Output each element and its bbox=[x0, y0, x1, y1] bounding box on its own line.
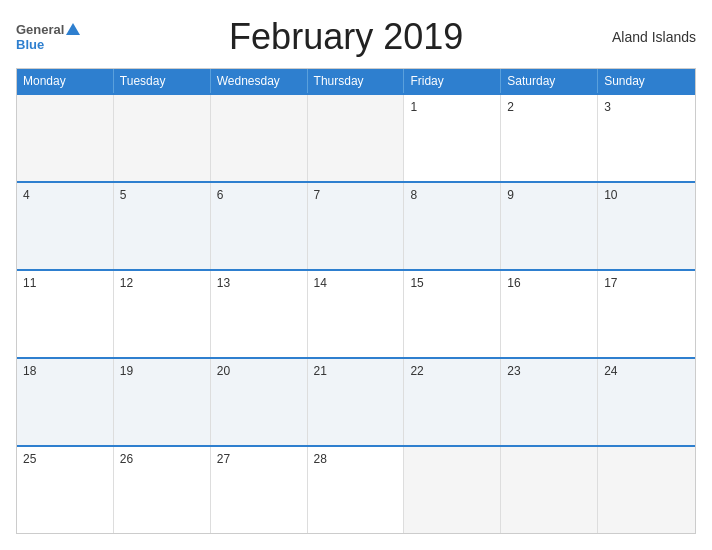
cell-w4-wed: 20 bbox=[211, 359, 308, 445]
header: General Blue February 2019 Aland Islands bbox=[16, 16, 696, 58]
cell-w2-wed: 6 bbox=[211, 183, 308, 269]
week-4: 18 19 20 21 22 23 24 bbox=[17, 357, 695, 445]
calendar-header-row: Monday Tuesday Wednesday Thursday Friday… bbox=[17, 69, 695, 93]
cell-w5-sat bbox=[501, 447, 598, 533]
region-label: Aland Islands bbox=[612, 29, 696, 45]
cell-w3-mon: 11 bbox=[17, 271, 114, 357]
header-saturday: Saturday bbox=[501, 69, 598, 93]
header-friday: Friday bbox=[404, 69, 501, 93]
header-sunday: Sunday bbox=[598, 69, 695, 93]
cell-w5-thu: 28 bbox=[308, 447, 405, 533]
cell-w3-sat: 16 bbox=[501, 271, 598, 357]
calendar: Monday Tuesday Wednesday Thursday Friday… bbox=[16, 68, 696, 534]
logo-general-text: General bbox=[16, 22, 64, 37]
cell-w4-fri: 22 bbox=[404, 359, 501, 445]
header-tuesday: Tuesday bbox=[114, 69, 211, 93]
cell-w1-sat: 2 bbox=[501, 95, 598, 181]
cell-w3-tue: 12 bbox=[114, 271, 211, 357]
cell-w1-mon bbox=[17, 95, 114, 181]
calendar-title: February 2019 bbox=[80, 16, 612, 58]
page: General Blue February 2019 Aland Islands… bbox=[0, 0, 712, 550]
cell-w3-thu: 14 bbox=[308, 271, 405, 357]
logo-blue-text: Blue bbox=[16, 37, 44, 52]
header-monday: Monday bbox=[17, 69, 114, 93]
cell-w4-mon: 18 bbox=[17, 359, 114, 445]
cell-w1-wed bbox=[211, 95, 308, 181]
cell-w3-sun: 17 bbox=[598, 271, 695, 357]
cell-w5-tue: 26 bbox=[114, 447, 211, 533]
cell-w2-sun: 10 bbox=[598, 183, 695, 269]
logo: General Blue bbox=[16, 22, 80, 52]
week-3: 11 12 13 14 15 16 17 bbox=[17, 269, 695, 357]
cell-w5-fri bbox=[404, 447, 501, 533]
cell-w1-fri: 1 bbox=[404, 95, 501, 181]
cell-w5-wed: 27 bbox=[211, 447, 308, 533]
cell-w2-sat: 9 bbox=[501, 183, 598, 269]
week-5: 25 26 27 28 bbox=[17, 445, 695, 533]
logo-triangle-icon bbox=[66, 23, 80, 35]
header-thursday: Thursday bbox=[308, 69, 405, 93]
cell-w3-wed: 13 bbox=[211, 271, 308, 357]
cell-w3-fri: 15 bbox=[404, 271, 501, 357]
cell-w2-tue: 5 bbox=[114, 183, 211, 269]
cell-w2-thu: 7 bbox=[308, 183, 405, 269]
calendar-body: 1 2 3 4 5 6 7 8 9 10 11 12 13 14 15 bbox=[17, 93, 695, 533]
cell-w1-sun: 3 bbox=[598, 95, 695, 181]
cell-w1-tue bbox=[114, 95, 211, 181]
week-2: 4 5 6 7 8 9 10 bbox=[17, 181, 695, 269]
cell-w2-mon: 4 bbox=[17, 183, 114, 269]
cell-w5-mon: 25 bbox=[17, 447, 114, 533]
cell-w1-thu bbox=[308, 95, 405, 181]
cell-w4-sat: 23 bbox=[501, 359, 598, 445]
cell-w4-sun: 24 bbox=[598, 359, 695, 445]
header-wednesday: Wednesday bbox=[211, 69, 308, 93]
cell-w2-fri: 8 bbox=[404, 183, 501, 269]
cell-w4-thu: 21 bbox=[308, 359, 405, 445]
cell-w4-tue: 19 bbox=[114, 359, 211, 445]
week-1: 1 2 3 bbox=[17, 93, 695, 181]
cell-w5-sun bbox=[598, 447, 695, 533]
